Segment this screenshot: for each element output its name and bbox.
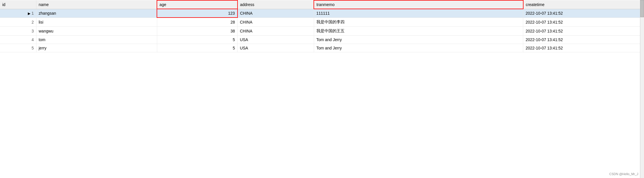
col-header-name[interactable]: name: [36, 0, 157, 9]
cell-address: CHINA: [238, 18, 314, 26]
cell-id: ▶1: [0, 9, 36, 18]
cell-name: lisi: [36, 18, 157, 26]
cell-createtime: 2022-10-07 13:41:52: [523, 35, 644, 44]
table-row[interactable]: 3wangwu38CHINA我是中国的王五2022-10-07 13:41:52: [0, 26, 644, 35]
cell-address: CHINA: [238, 26, 314, 35]
cell-createtime: 2022-10-07 13:41:52: [523, 9, 644, 18]
cell-age: 123: [157, 9, 238, 18]
cell-age: 38: [157, 26, 238, 35]
cell-id: 3: [0, 26, 36, 35]
table-container: id name age address tranmemo createtime …: [0, 0, 644, 178]
data-table: id name age address tranmemo createtime …: [0, 0, 644, 52]
cell-age: 5: [157, 35, 238, 44]
cell-tranmemo: Tom and Jerry: [314, 35, 523, 44]
cell-createtime: 2022-10-07 13:41:52: [523, 26, 644, 35]
cell-tranmemo: Tom and Jerry: [314, 44, 523, 52]
table-row[interactable]: ▶1zhangsan123CHINA1111112022-10-07 13:41…: [0, 9, 644, 18]
cell-name: tom: [36, 35, 157, 44]
cell-tranmemo: 111111: [314, 9, 523, 18]
col-header-age[interactable]: age: [157, 0, 238, 9]
cell-name: zhangsan: [36, 9, 157, 18]
cell-id: 4: [0, 35, 36, 44]
row-arrow: ▶: [28, 12, 30, 16]
cell-age: 5: [157, 44, 238, 52]
cell-name: jerry: [36, 44, 157, 52]
watermark: CSDN @Hello_Mr_J: [609, 172, 638, 176]
table-row[interactable]: 4tom5USATom and Jerry2022-10-07 13:41:52: [0, 35, 644, 44]
col-header-address[interactable]: address: [238, 0, 314, 9]
table-row[interactable]: 2lisi28CHINA我是中国的李四2022-10-07 13:41:52: [0, 18, 644, 26]
col-header-id[interactable]: id: [0, 0, 36, 9]
cell-createtime: 2022-10-07 13:41:52: [523, 18, 644, 26]
cell-tranmemo: 我是中国的李四: [314, 18, 523, 26]
cell-tranmemo: 我是中国的王五: [314, 26, 523, 35]
cell-id: 2: [0, 18, 36, 26]
cell-createtime: 2022-10-07 13:41:52: [523, 44, 644, 52]
table-header-row: id name age address tranmemo createtime: [0, 0, 644, 9]
cell-address: USA: [238, 35, 314, 44]
col-header-tranmemo[interactable]: tranmemo: [314, 0, 523, 9]
cell-age: 28: [157, 18, 238, 26]
cell-address: CHINA: [238, 9, 314, 18]
scrollbar-thumb[interactable]: [640, 0, 644, 17]
cell-address: USA: [238, 44, 314, 52]
scrollbar[interactable]: [640, 0, 644, 178]
cell-name: wangwu: [36, 26, 157, 35]
table-row[interactable]: 5jerry5USATom and Jerry2022-10-07 13:41:…: [0, 44, 644, 52]
cell-id: 5: [0, 44, 36, 52]
col-header-createtime[interactable]: createtime: [523, 0, 644, 9]
